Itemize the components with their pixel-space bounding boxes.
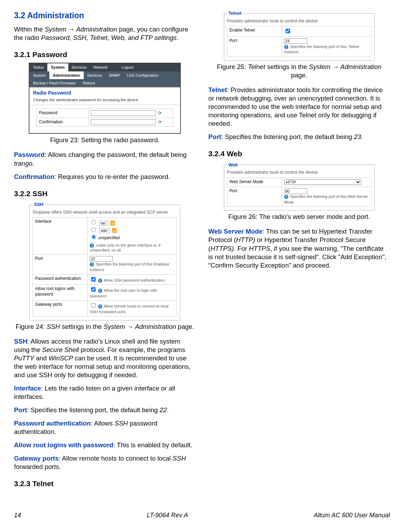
password-definition: Password: Allows changing the password, … xyxy=(14,151,196,167)
fig24-wan-radio[interactable] xyxy=(91,227,96,232)
fig24-root-checkbox[interactable] xyxy=(91,287,96,292)
helpicon: ? xyxy=(90,262,94,267)
helpicon: ? xyxy=(98,304,102,309)
intro-paragraph: Within the System → Administration page,… xyxy=(14,25,196,42)
port22-definition: Port: Specifies the listening port, the … xyxy=(14,406,196,414)
footer-title: Altum AC 600 User Manual xyxy=(314,511,390,519)
figure-24-image: SSH Dropbear offers SSH network shell ac… xyxy=(29,202,180,320)
fig24-gw-checkbox[interactable] xyxy=(91,303,96,308)
fig25-enable-checkbox[interactable] xyxy=(286,29,290,33)
figure-23-caption: Figure 23: Setting the radio password. xyxy=(14,136,196,144)
heading-3-2: 3.2 Administration xyxy=(14,11,196,21)
fig23-title: Radio Password xyxy=(29,87,180,97)
heading-3-2-2: 3.2.2 SSH xyxy=(14,189,196,198)
fig26-port-input[interactable] xyxy=(284,188,307,194)
figure-25-caption: Figure 25: Telnet settings in the System… xyxy=(208,63,390,80)
footer-pagenum: 14 xyxy=(14,511,21,519)
webserver-definition: Web Server Mode: This can be set to Hype… xyxy=(208,227,390,269)
port23-definition: Port: Specifies the listening port, the … xyxy=(208,133,390,141)
fig24-unspec-radio[interactable] xyxy=(91,235,96,239)
fig24-pwauth-checkbox[interactable] xyxy=(91,277,96,282)
gateway-definition: Gateway ports: Allow remote hosts to con… xyxy=(14,454,196,471)
figure-25-image: Telnet Provides administrator tools to c… xyxy=(224,11,375,61)
telnet-definition: Telnet: Provides administrator tools for… xyxy=(208,86,390,128)
fig23-form-table: Password⟳ Confirmation⟳ xyxy=(36,109,173,127)
fig23-confirm-input[interactable] xyxy=(91,119,156,125)
figure-23-image: StatusSystemServicesNetworkLogout System… xyxy=(29,63,181,134)
footer-docrev: LT-9064 Rev A xyxy=(147,511,188,519)
ssh-definition: SSH: Allows access the radio's Linux she… xyxy=(14,337,196,379)
fig24-port-input[interactable] xyxy=(90,256,113,262)
helpicon: ? xyxy=(90,243,94,248)
rootlogin-definition: Allow root logins with password: This is… xyxy=(14,441,196,449)
helpicon: ? xyxy=(284,195,288,199)
helpicon: ? xyxy=(284,45,288,49)
figure-26-image: Web Provides administrator tools to cont… xyxy=(224,162,375,211)
page-footer: 14 LT-9064 Rev A Altum AC 600 User Manua… xyxy=(14,511,390,519)
interface-definition: Interface: Lets the radio listen on a gi… xyxy=(14,384,196,401)
fig23-tabs-row2: SystemAdministrationServicesSNMPLED Conf… xyxy=(29,71,180,79)
fig23-tabs-row1: StatusSystemServicesNetworkLogout xyxy=(29,63,180,71)
refresh-icon: ⟳ xyxy=(158,119,162,125)
fig24-lan-radio[interactable] xyxy=(91,220,96,224)
figure-26-caption: Figure 26: The radio's web server mode a… xyxy=(208,213,390,221)
helpicon: ? xyxy=(98,278,102,283)
fig23-desc: Changes the administrator password for a… xyxy=(29,97,180,105)
heading-3-2-4: 3.2.4 Web xyxy=(208,149,390,158)
fig26-mode-select[interactable]: HTTP xyxy=(284,179,361,185)
helpicon: ? xyxy=(98,289,102,293)
refresh-icon: ⟳ xyxy=(158,110,162,116)
fig23-password-input[interactable] xyxy=(91,110,156,116)
figure-24-caption: Figure 24: SSH settings in the System → … xyxy=(14,323,196,331)
heading-3-2-1: 3.2.1 Password xyxy=(14,50,196,59)
heading-3-2-3: 3.2.3 Telnet xyxy=(14,479,196,488)
fig23-tabs-row3: Backup / Flash FirmwareReboot xyxy=(29,79,180,87)
fig25-port-input[interactable] xyxy=(284,38,307,44)
pwauth-definition: Password authentication: Allows SSH pass… xyxy=(14,419,196,436)
confirmation-definition: Confirmation: Requires you to re-enter t… xyxy=(14,173,196,181)
